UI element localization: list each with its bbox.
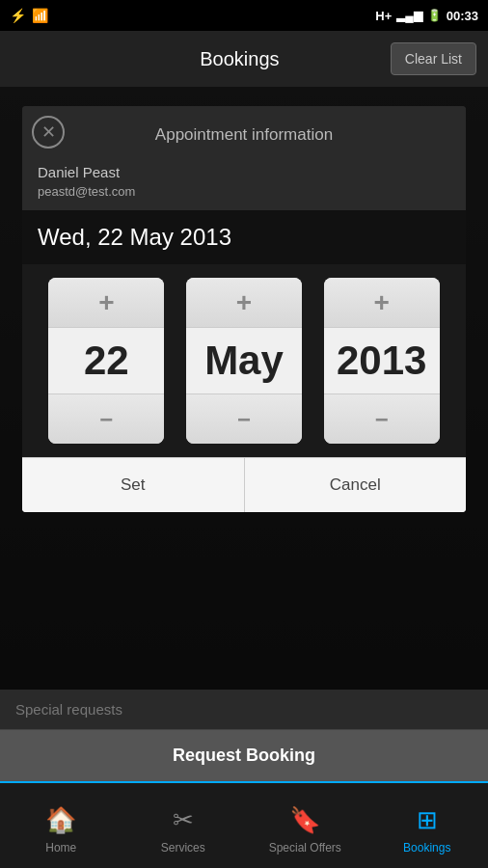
nav-label-home: Home xyxy=(45,841,76,854)
nav-item-services[interactable]: ✂Services xyxy=(122,783,245,868)
nav-item-home[interactable]: 🏠Home xyxy=(0,783,122,868)
clear-list-button[interactable]: Clear List xyxy=(391,42,476,75)
set-button[interactable]: Set xyxy=(22,458,245,512)
day-value: 22 xyxy=(84,328,129,393)
month-decrement-button[interactable]: − xyxy=(186,393,302,444)
form-snippet: Special requests Request Booking xyxy=(0,690,488,781)
dialog-title: Appointment information xyxy=(38,122,450,149)
nav-label-bookings: Bookings xyxy=(403,841,450,854)
request-booking-button[interactable]: Request Booking xyxy=(15,746,473,766)
dialog-header: ✕ Appointment information xyxy=(22,106,466,156)
year-value: 2013 xyxy=(337,328,426,393)
date-display: Wed, 22 May 2013 xyxy=(22,210,466,264)
request-booking-bar: Request Booking xyxy=(0,730,488,781)
cancel-button[interactable]: Cancel xyxy=(245,458,467,512)
clock: 00:33 xyxy=(447,9,478,23)
appointment-dialog: ✕ Appointment information Daniel Peast p… xyxy=(22,106,466,512)
nav-icon-services: ✂ xyxy=(173,805,194,835)
network-type: H+ xyxy=(375,9,392,23)
nav-icon-special-offers: 🔖 xyxy=(289,805,320,835)
datepicker-section: Wed, 22 May 2013 + 22 − + May − + 2013 xyxy=(22,210,466,457)
nav-label-special-offers: Special Offers xyxy=(269,841,341,854)
page-title: Bookings xyxy=(89,48,391,70)
wifi-icon: 📶 xyxy=(32,8,48,23)
dialog-overlay: ✕ Appointment information Daniel Peast p… xyxy=(0,87,488,781)
status-right: H+ ▂▄▆ 🔋 00:33 xyxy=(375,9,478,23)
year-decrement-button[interactable]: − xyxy=(324,393,440,444)
close-button[interactable]: ✕ xyxy=(32,116,65,149)
user-info: Daniel Peast peastd@test.com xyxy=(22,156,466,210)
status-bar: ⚡ 📶 H+ ▂▄▆ 🔋 00:33 xyxy=(0,0,488,31)
spinners-row: + 22 − + May − + 2013 − xyxy=(22,264,466,457)
top-bar: Bookings Clear List xyxy=(0,31,488,87)
month-spinner: + May − xyxy=(186,278,302,444)
day-decrement-button[interactable]: − xyxy=(48,393,164,444)
month-value: May xyxy=(204,328,284,393)
user-name: Daniel Peast xyxy=(38,164,450,180)
special-requests-field[interactable]: Special requests xyxy=(0,690,488,730)
nav-item-bookings[interactable]: ⊞Bookings xyxy=(366,783,489,868)
bottom-nav: 🏠Home✂Services🔖Special Offers⊞Bookings xyxy=(0,781,488,868)
year-spinner: + 2013 − xyxy=(324,278,440,444)
nav-label-services: Services xyxy=(161,841,205,854)
user-email: peastd@test.com xyxy=(38,184,450,199)
day-increment-button[interactable]: + xyxy=(48,278,164,328)
dialog-actions: Set Cancel xyxy=(22,457,466,512)
status-left-icons: ⚡ 📶 xyxy=(10,8,48,23)
nav-icon-bookings: ⊞ xyxy=(417,805,438,835)
year-increment-button[interactable]: + xyxy=(324,278,440,328)
nav-item-special-offers[interactable]: 🔖Special Offers xyxy=(244,783,366,868)
day-spinner: + 22 − xyxy=(48,278,164,444)
battery-icon: 🔋 xyxy=(427,9,442,22)
nav-icon-home: 🏠 xyxy=(45,805,76,835)
signal-bars: ▂▄▆ xyxy=(396,9,422,22)
month-increment-button[interactable]: + xyxy=(186,278,302,328)
usb-icon: ⚡ xyxy=(10,8,26,23)
